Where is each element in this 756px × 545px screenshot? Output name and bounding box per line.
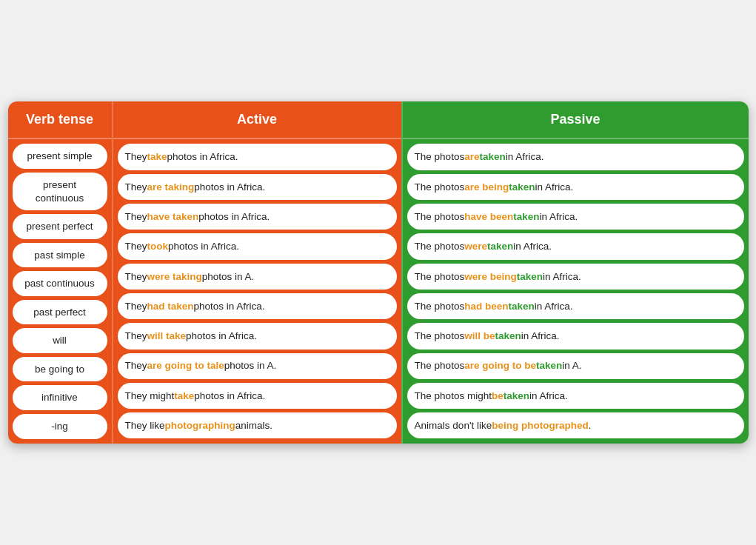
table-cell: They have taken photos in Africa.: [118, 204, 397, 230]
verb-tense-cell: will: [13, 328, 107, 353]
table-cell: They took photos in Africa.: [118, 233, 397, 259]
table-cell: The photos have been taken in Africa.: [407, 204, 744, 230]
table-cell: The photos might be taken in Africa.: [407, 383, 744, 409]
table-cell: The photos will be taken in Africa.: [407, 323, 744, 349]
passive-rows: The photos are taken in Africa.The photo…: [403, 139, 749, 443]
table-cell: They are going to tale photos in A.: [118, 353, 397, 379]
table-cell: They might take photos in Africa.: [118, 383, 397, 409]
table-cell: The photos were being taken in Africa.: [407, 264, 744, 290]
table-cell: They had taken photos in Africa.: [118, 293, 397, 319]
verb-tense-cell: past simple: [13, 243, 107, 268]
table-cell: The photos are going to be taken in A.: [407, 353, 744, 379]
verb-tense-cell: past perfect: [13, 300, 107, 325]
active-rows: They take photos in Africa.They are taki…: [113, 139, 401, 443]
verb-tense-cell: past continuous: [13, 271, 107, 296]
verb-tense-cell: present perfect: [13, 214, 107, 239]
active-column: Active They take photos in Africa.They a…: [112, 101, 401, 443]
table-cell: They will take photos in Africa.: [118, 323, 397, 349]
grammar-table: Verb tense present simplepresent continu…: [8, 101, 749, 443]
passive-header: Passive: [403, 101, 749, 139]
table-cell: They like photographing animals.: [118, 412, 397, 438]
verb-tense-cell: be going to: [13, 357, 107, 382]
verb-tense-header: Verb tense: [8, 101, 112, 139]
verb-tense-cell: present continuous: [13, 173, 107, 210]
verb-tense-cell: infinitive: [13, 385, 107, 410]
table-cell: The photos are taken in Africa.: [407, 144, 744, 170]
verb-tense-cell: present simple: [13, 144, 107, 169]
table-cell: The photos were taken in Africa.: [407, 233, 744, 259]
table-cell: They were taking photos in A.: [118, 264, 397, 290]
table-cell: Animals don't like being photographed.: [407, 412, 744, 438]
table-cell: The photos had been taken in Africa.: [407, 293, 744, 319]
table-cell: They take photos in Africa.: [118, 144, 397, 170]
verb-tense-cell: -ing: [13, 414, 107, 439]
passive-column: Passive The photos are taken in Africa.T…: [401, 101, 749, 443]
active-header: Active: [113, 101, 401, 139]
verb-tense-rows: present simplepresent continuouspresent …: [8, 139, 112, 443]
table-cell: They are taking photos in Africa.: [118, 174, 397, 200]
verb-tense-column: Verb tense present simplepresent continu…: [8, 101, 112, 443]
table-cell: The photos are being taken in Africa.: [407, 174, 744, 200]
